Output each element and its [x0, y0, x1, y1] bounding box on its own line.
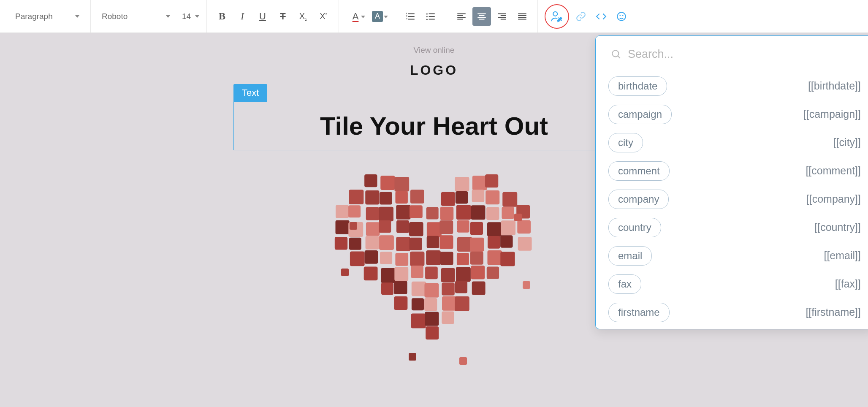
attribute-pill[interactable]: campaign: [608, 105, 672, 124]
attribute-list: birthdate[[birthdate]]campaign[[campaign…: [608, 72, 861, 326]
pixel-heart-icon: [324, 171, 544, 374]
attribute-token: [[campaign]]: [803, 108, 861, 120]
svg-rect-50: [410, 238, 422, 250]
attribute-row[interactable]: comment[[comment]]: [608, 157, 861, 185]
attribute-row[interactable]: campaign[[campaign]]: [608, 100, 861, 128]
unordered-list-button[interactable]: [421, 7, 440, 26]
font-label: Roboto: [102, 12, 127, 21]
chevron-down-icon: [166, 15, 170, 18]
svg-rect-48: [379, 235, 394, 250]
svg-rect-70: [381, 268, 396, 283]
svg-rect-47: [366, 236, 379, 250]
svg-point-2: [622, 15, 624, 16]
svg-rect-52: [439, 235, 453, 249]
paragraph-label: Paragraph: [15, 12, 53, 21]
svg-rect-94: [350, 222, 357, 230]
svg-rect-19: [336, 205, 349, 218]
view-online-link[interactable]: View online: [414, 46, 455, 55]
align-left-button[interactable]: [452, 7, 471, 26]
svg-rect-55: [488, 236, 500, 249]
svg-rect-49: [396, 237, 410, 251]
attribute-token: [[comment]]: [806, 165, 861, 177]
svg-rect-30: [502, 207, 514, 219]
attribute-row[interactable]: firstname[[firstname]]: [608, 298, 861, 326]
svg-rect-78: [381, 282, 393, 295]
attribute-pill[interactable]: email: [608, 246, 652, 266]
superscript-icon: X: [320, 11, 327, 21]
svg-rect-35: [379, 220, 391, 233]
attribute-pill[interactable]: birthdate: [608, 76, 667, 96]
insert-group: [538, 0, 637, 33]
superscript-button[interactable]: X: [314, 7, 333, 26]
svg-rect-80: [412, 282, 426, 296]
svg-rect-6: [455, 177, 469, 191]
attribute-token: [[firstname]]: [806, 306, 861, 318]
font-size-dropdown[interactable]: 14: [176, 7, 201, 26]
link-button[interactable]: [572, 7, 590, 26]
strikethrough-button[interactable]: T: [274, 7, 292, 26]
svg-rect-86: [412, 298, 424, 310]
attribute-row[interactable]: email[[email]]: [608, 241, 861, 270]
svg-rect-8: [485, 174, 498, 187]
background-color-button[interactable]: A: [368, 7, 389, 26]
attribute-pill[interactable]: city: [608, 133, 643, 152]
italic-icon: I: [241, 11, 244, 22]
bold-button[interactable]: B: [213, 7, 231, 26]
ordered-list-button[interactable]: [401, 7, 420, 26]
personalization-button[interactable]: [545, 4, 569, 29]
background-color-icon: A: [372, 11, 383, 22]
align-center-button[interactable]: [472, 7, 491, 26]
font-dropdown[interactable]: Roboto: [96, 7, 176, 26]
svg-rect-96: [341, 269, 349, 276]
align-right-button[interactable]: [493, 7, 511, 26]
svg-rect-42: [487, 222, 502, 236]
headline: Tile Your Heart Out: [238, 111, 630, 141]
svg-rect-73: [425, 266, 438, 279]
underline-button[interactable]: U: [253, 7, 272, 26]
svg-rect-44: [517, 220, 531, 234]
align-justify-button[interactable]: [513, 7, 532, 26]
svg-rect-71: [394, 267, 408, 281]
chevron-down-icon: [361, 16, 365, 18]
svg-rect-38: [427, 222, 442, 237]
svg-rect-53: [457, 237, 472, 252]
svg-rect-58: [350, 252, 365, 266]
svg-rect-26: [440, 207, 454, 220]
emoji-button[interactable]: [612, 7, 631, 26]
svg-rect-93: [426, 326, 439, 339]
svg-rect-21: [366, 207, 379, 220]
attribute-pill[interactable]: country: [608, 218, 661, 237]
attribute-token: [[email]]: [824, 250, 861, 262]
subscript-icon: X: [299, 11, 307, 21]
attribute-pill[interactable]: fax: [608, 274, 641, 294]
svg-rect-45: [335, 237, 347, 250]
attribute-row[interactable]: city[[city]]: [608, 128, 861, 157]
svg-point-100: [612, 50, 618, 57]
text-block[interactable]: Tile Your Heart Out: [233, 102, 635, 150]
attribute-row[interactable]: country[[country]]: [608, 213, 861, 241]
text-color-button[interactable]: A: [345, 7, 366, 26]
search-icon: [611, 49, 622, 60]
svg-rect-32: [336, 220, 350, 234]
paragraph-group: Paragraph: [4, 0, 91, 33]
emoji-icon: [616, 11, 627, 22]
attribute-row[interactable]: birthdate[[birthdate]]: [608, 72, 861, 100]
code-button[interactable]: [592, 7, 610, 26]
italic-button[interactable]: I: [233, 7, 252, 26]
align-right-icon: [496, 11, 507, 22]
svg-rect-36: [396, 220, 409, 233]
attribute-token: [[company]]: [806, 193, 861, 205]
paragraph-dropdown[interactable]: Paragraph: [9, 7, 85, 26]
attribute-pill[interactable]: comment: [608, 161, 670, 181]
personalization-popover: birthdate[[birthdate]]campaign[[campaign…: [595, 35, 868, 329]
svg-rect-85: [394, 296, 407, 310]
attribute-pill[interactable]: firstname: [608, 303, 670, 322]
search-input[interactable]: [628, 48, 861, 61]
subscript-button[interactable]: X: [294, 7, 312, 26]
attribute-row[interactable]: company[[company]]: [608, 185, 861, 213]
svg-rect-79: [394, 281, 407, 294]
attribute-row[interactable]: fax[[fax]]: [608, 270, 861, 298]
attribute-pill[interactable]: company: [608, 190, 669, 209]
svg-rect-37: [409, 222, 423, 236]
svg-rect-76: [471, 266, 485, 279]
